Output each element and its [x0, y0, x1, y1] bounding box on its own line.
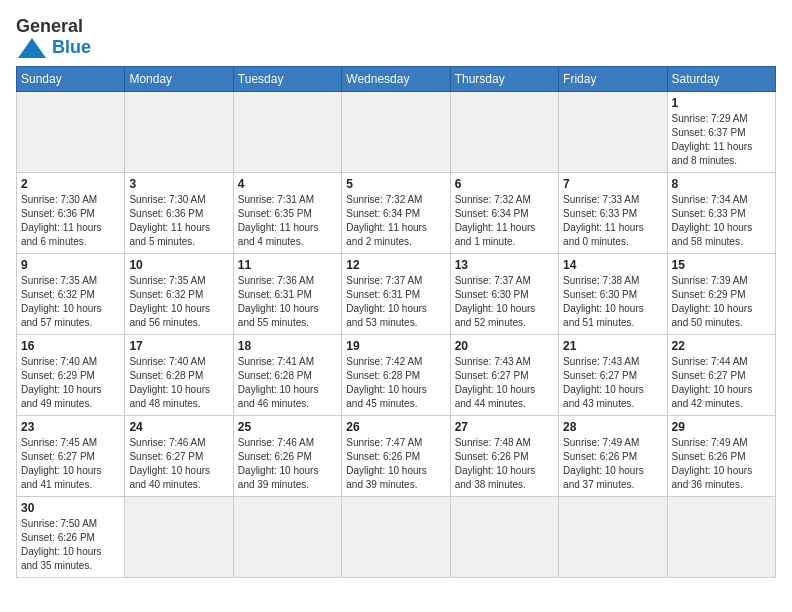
- day-info: Sunrise: 7:44 AM Sunset: 6:27 PM Dayligh…: [672, 355, 771, 411]
- calendar-cell: 20Sunrise: 7:43 AM Sunset: 6:27 PM Dayli…: [450, 335, 558, 416]
- calendar-cell: 1Sunrise: 7:29 AM Sunset: 6:37 PM Daylig…: [667, 92, 775, 173]
- day-number: 7: [563, 177, 662, 191]
- page-header: General Blue: [16, 16, 776, 58]
- calendar-cell: 14Sunrise: 7:38 AM Sunset: 6:30 PM Dayli…: [559, 254, 667, 335]
- day-number: 4: [238, 177, 337, 191]
- day-number: 8: [672, 177, 771, 191]
- calendar-cell: [559, 92, 667, 173]
- weekday-header-sunday: Sunday: [17, 67, 125, 92]
- day-number: 29: [672, 420, 771, 434]
- calendar-cell: 13Sunrise: 7:37 AM Sunset: 6:30 PM Dayli…: [450, 254, 558, 335]
- day-number: 20: [455, 339, 554, 353]
- calendar-week-5: 23Sunrise: 7:45 AM Sunset: 6:27 PM Dayli…: [17, 416, 776, 497]
- day-number: 5: [346, 177, 445, 191]
- day-number: 17: [129, 339, 228, 353]
- day-number: 24: [129, 420, 228, 434]
- calendar-cell: 6Sunrise: 7:32 AM Sunset: 6:34 PM Daylig…: [450, 173, 558, 254]
- day-number: 26: [346, 420, 445, 434]
- day-info: Sunrise: 7:30 AM Sunset: 6:36 PM Dayligh…: [129, 193, 228, 249]
- calendar-cell: 28Sunrise: 7:49 AM Sunset: 6:26 PM Dayli…: [559, 416, 667, 497]
- day-info: Sunrise: 7:46 AM Sunset: 6:27 PM Dayligh…: [129, 436, 228, 492]
- calendar-cell: 8Sunrise: 7:34 AM Sunset: 6:33 PM Daylig…: [667, 173, 775, 254]
- calendar-cell: 18Sunrise: 7:41 AM Sunset: 6:28 PM Dayli…: [233, 335, 341, 416]
- day-info: Sunrise: 7:32 AM Sunset: 6:34 PM Dayligh…: [346, 193, 445, 249]
- day-info: Sunrise: 7:29 AM Sunset: 6:37 PM Dayligh…: [672, 112, 771, 168]
- logo: General Blue: [16, 16, 91, 58]
- day-number: 23: [21, 420, 120, 434]
- calendar-cell: [17, 92, 125, 173]
- logo-text-blue: Blue: [52, 37, 91, 58]
- calendar-cell: [125, 92, 233, 173]
- calendar-cell: 24Sunrise: 7:46 AM Sunset: 6:27 PM Dayli…: [125, 416, 233, 497]
- calendar-cell: 27Sunrise: 7:48 AM Sunset: 6:26 PM Dayli…: [450, 416, 558, 497]
- calendar-cell: 5Sunrise: 7:32 AM Sunset: 6:34 PM Daylig…: [342, 173, 450, 254]
- calendar-cell: 7Sunrise: 7:33 AM Sunset: 6:33 PM Daylig…: [559, 173, 667, 254]
- calendar-cell: 30Sunrise: 7:50 AM Sunset: 6:26 PM Dayli…: [17, 497, 125, 578]
- day-number: 28: [563, 420, 662, 434]
- calendar-cell: 2Sunrise: 7:30 AM Sunset: 6:36 PM Daylig…: [17, 173, 125, 254]
- calendar-week-3: 9Sunrise: 7:35 AM Sunset: 6:32 PM Daylig…: [17, 254, 776, 335]
- calendar-cell: [450, 497, 558, 578]
- calendar-cell: 23Sunrise: 7:45 AM Sunset: 6:27 PM Dayli…: [17, 416, 125, 497]
- day-number: 22: [672, 339, 771, 353]
- weekday-header-saturday: Saturday: [667, 67, 775, 92]
- day-info: Sunrise: 7:41 AM Sunset: 6:28 PM Dayligh…: [238, 355, 337, 411]
- day-info: Sunrise: 7:42 AM Sunset: 6:28 PM Dayligh…: [346, 355, 445, 411]
- calendar-cell: 3Sunrise: 7:30 AM Sunset: 6:36 PM Daylig…: [125, 173, 233, 254]
- calendar-week-2: 2Sunrise: 7:30 AM Sunset: 6:36 PM Daylig…: [17, 173, 776, 254]
- calendar-week-4: 16Sunrise: 7:40 AM Sunset: 6:29 PM Dayli…: [17, 335, 776, 416]
- calendar-cell: [450, 92, 558, 173]
- day-info: Sunrise: 7:47 AM Sunset: 6:26 PM Dayligh…: [346, 436, 445, 492]
- day-info: Sunrise: 7:37 AM Sunset: 6:31 PM Dayligh…: [346, 274, 445, 330]
- day-info: Sunrise: 7:39 AM Sunset: 6:29 PM Dayligh…: [672, 274, 771, 330]
- day-number: 19: [346, 339, 445, 353]
- day-info: Sunrise: 7:34 AM Sunset: 6:33 PM Dayligh…: [672, 193, 771, 249]
- day-info: Sunrise: 7:30 AM Sunset: 6:36 PM Dayligh…: [21, 193, 120, 249]
- day-number: 1: [672, 96, 771, 110]
- day-info: Sunrise: 7:37 AM Sunset: 6:30 PM Dayligh…: [455, 274, 554, 330]
- calendar-cell: 25Sunrise: 7:46 AM Sunset: 6:26 PM Dayli…: [233, 416, 341, 497]
- day-number: 18: [238, 339, 337, 353]
- day-info: Sunrise: 7:49 AM Sunset: 6:26 PM Dayligh…: [672, 436, 771, 492]
- day-info: Sunrise: 7:38 AM Sunset: 6:30 PM Dayligh…: [563, 274, 662, 330]
- day-number: 2: [21, 177, 120, 191]
- day-number: 25: [238, 420, 337, 434]
- calendar-cell: [342, 92, 450, 173]
- calendar-header: SundayMondayTuesdayWednesdayThursdayFrid…: [17, 67, 776, 92]
- calendar-cell: 15Sunrise: 7:39 AM Sunset: 6:29 PM Dayli…: [667, 254, 775, 335]
- day-info: Sunrise: 7:40 AM Sunset: 6:29 PM Dayligh…: [21, 355, 120, 411]
- day-info: Sunrise: 7:31 AM Sunset: 6:35 PM Dayligh…: [238, 193, 337, 249]
- day-info: Sunrise: 7:33 AM Sunset: 6:33 PM Dayligh…: [563, 193, 662, 249]
- day-info: Sunrise: 7:50 AM Sunset: 6:26 PM Dayligh…: [21, 517, 120, 573]
- calendar-cell: 26Sunrise: 7:47 AM Sunset: 6:26 PM Dayli…: [342, 416, 450, 497]
- calendar-cell: 10Sunrise: 7:35 AM Sunset: 6:32 PM Dayli…: [125, 254, 233, 335]
- weekday-header-wednesday: Wednesday: [342, 67, 450, 92]
- calendar-week-6: 30Sunrise: 7:50 AM Sunset: 6:26 PM Dayli…: [17, 497, 776, 578]
- day-number: 13: [455, 258, 554, 272]
- calendar-table: SundayMondayTuesdayWednesdayThursdayFrid…: [16, 66, 776, 578]
- day-number: 15: [672, 258, 771, 272]
- calendar-cell: 4Sunrise: 7:31 AM Sunset: 6:35 PM Daylig…: [233, 173, 341, 254]
- calendar-cell: 16Sunrise: 7:40 AM Sunset: 6:29 PM Dayli…: [17, 335, 125, 416]
- calendar-cell: [233, 92, 341, 173]
- day-info: Sunrise: 7:46 AM Sunset: 6:26 PM Dayligh…: [238, 436, 337, 492]
- day-number: 21: [563, 339, 662, 353]
- day-number: 12: [346, 258, 445, 272]
- day-info: Sunrise: 7:40 AM Sunset: 6:28 PM Dayligh…: [129, 355, 228, 411]
- weekday-header-friday: Friday: [559, 67, 667, 92]
- day-info: Sunrise: 7:49 AM Sunset: 6:26 PM Dayligh…: [563, 436, 662, 492]
- logo-triangle-icon: [18, 38, 46, 58]
- calendar-cell: [233, 497, 341, 578]
- day-info: Sunrise: 7:45 AM Sunset: 6:27 PM Dayligh…: [21, 436, 120, 492]
- calendar-cell: [667, 497, 775, 578]
- calendar-cell: 29Sunrise: 7:49 AM Sunset: 6:26 PM Dayli…: [667, 416, 775, 497]
- calendar-cell: 19Sunrise: 7:42 AM Sunset: 6:28 PM Dayli…: [342, 335, 450, 416]
- day-number: 3: [129, 177, 228, 191]
- day-info: Sunrise: 7:43 AM Sunset: 6:27 PM Dayligh…: [455, 355, 554, 411]
- day-number: 16: [21, 339, 120, 353]
- logo-text-general: General: [16, 16, 83, 37]
- calendar-cell: [342, 497, 450, 578]
- day-info: Sunrise: 7:36 AM Sunset: 6:31 PM Dayligh…: [238, 274, 337, 330]
- day-number: 30: [21, 501, 120, 515]
- calendar-cell: 22Sunrise: 7:44 AM Sunset: 6:27 PM Dayli…: [667, 335, 775, 416]
